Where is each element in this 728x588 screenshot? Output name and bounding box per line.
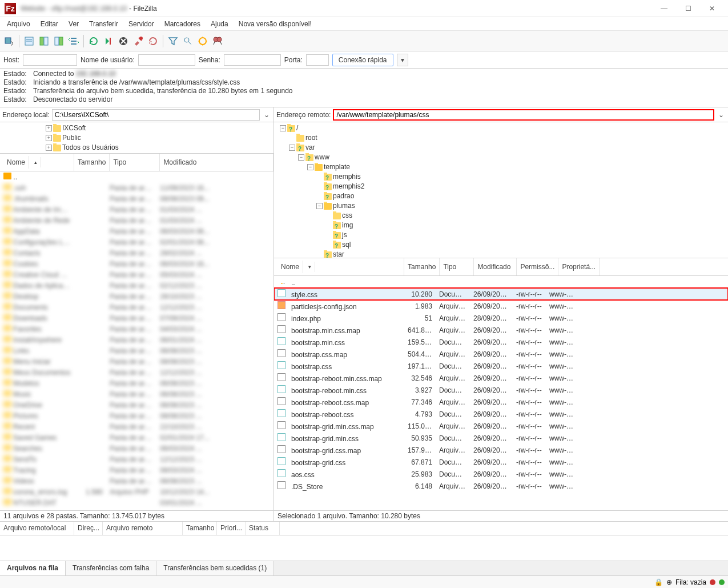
list-item[interactable]: Menu IniciarPasta de arqu...08/08/2023 .… [0,356,273,367]
tab-failed[interactable]: Transferências com falha [66,561,156,575]
remote-tree[interactable]: −/root−var−www−templatememphismemphis2pa… [274,122,728,258]
remote-tree-item[interactable]: −www [276,153,726,162]
list-item[interactable]: index.php51Arquivo ...28/09/2023...-rw-r… [274,312,728,324]
remote-addr-dropdown[interactable]: ⌄ [717,111,726,119]
list-item[interactable]: PicturesPasta de arqu...08/08/2023 ... [0,410,273,421]
remote-tree-item[interactable]: memphis2 [276,182,726,191]
host-input[interactable] [23,54,77,66]
col-type[interactable]: Tipo [440,258,474,275]
remote-tree-item[interactable]: −template [276,162,726,172]
remote-tree-item[interactable]: −/ [276,123,726,133]
list-item[interactable]: DesktopPasta de arqu...28/10/2023 ... [0,291,273,302]
col-mod[interactable]: Modificado [160,154,273,171]
cancel-button[interactable] [116,34,130,48]
list-item[interactable]: .sshPasta de arqu...11/09/2023 16... [0,182,273,193]
list-item[interactable]: .. [0,171,273,182]
maximize-button[interactable]: ☐ [677,1,699,17]
local-tree-item[interactable]: +IXCSoft [2,123,271,133]
list-item[interactable]: NTUSER.DAT03/01/2024 ... [0,497,273,508]
tab-queue[interactable]: Arquivos na fila [0,561,66,575]
remote-tree-item[interactable]: sql [276,240,726,250]
col-name[interactable]: Nome▾ [274,258,404,275]
remote-addr-input[interactable] [333,109,714,121]
list-item[interactable]: bootstrap.min.css159.515Docume...26/09/2… [274,336,728,348]
list-item[interactable]: SendToPasta de arqu...12/12/2023 ... [0,454,273,465]
list-item[interactable]: .DS_Store6.148Arquivo ...26/09/2023...-r… [274,480,728,492]
list-item[interactable]: bootstrap-reboot.min.css.map32.546Arquiv… [274,372,728,384]
list-item[interactable]: Meus DocumentosPasta de arqu...12/12/202… [0,367,273,378]
menu-marcadores[interactable]: Marcadores [160,18,205,30]
user-input[interactable] [138,54,195,66]
list-item[interactable]: ContactsPasta de arqu...28/02/2024 ... [0,247,273,258]
remote-tree-item[interactable]: img [276,221,726,230]
toggle-local-tree-button[interactable] [37,34,51,48]
list-item[interactable]: VideosPasta de arqu...06/08/2023 ... [0,475,273,486]
list-item[interactable]: ModelosPasta de arqu...06/08/2023 ... [0,378,273,389]
list-item[interactable]: bootstrap-reboot.css.map77.346Arquivo ..… [274,396,728,408]
filter-button[interactable] [166,34,180,48]
list-item[interactable]: Configurações LocaisPasta de arqu...02/0… [0,237,273,247]
queue-col[interactable]: Status [246,522,280,535]
col-size[interactable]: Tamanho [74,154,110,171]
list-item[interactable]: DownloadsPasta de arqu...07/09/2024 ... [0,313,273,323]
remote-tree-item[interactable]: memphis [276,172,726,182]
remote-list[interactable]: Nome▾ Tamanho Tipo Modificado Permissõ..… [274,258,728,510]
remote-tree-item[interactable]: −var [276,143,726,153]
quickconnect-dropdown[interactable]: ▾ [397,54,408,66]
pass-input[interactable] [224,54,281,66]
list-item[interactable]: SearchesPasta de arqu...06/03/2024 ... [0,443,273,454]
close-button[interactable]: ✕ [701,1,723,17]
queue-col[interactable]: Direç... [74,522,103,535]
list-item[interactable]: InstallAnywherePasta de arqu...06/01/202… [0,334,273,345]
find-button[interactable] [211,34,224,48]
local-list[interactable]: Nome▴ Tamanho Tipo Modificado .. .sshPas… [0,154,273,510]
list-item[interactable]: particlesjs-config.json1.983Arquivo ...2… [274,300,728,312]
menu-servidor[interactable]: Servidor [124,18,159,30]
list-item[interactable]: bootstrap.css197.170Docume...26/09/2023.… [274,360,728,372]
list-item[interactable]: LinksPasta de arqu...06/08/2023 ... [0,345,273,356]
compare-button[interactable] [181,34,195,48]
list-item[interactable]: OneDrivePasta de arqu...06/08/2023 ... [0,399,273,410]
toggle-remote-tree-button[interactable] [52,34,66,48]
sync-browse-button[interactable] [196,34,210,48]
list-item[interactable]: Ambiente de RedePasta de arqu...01/03/20… [0,215,273,226]
menu-ver[interactable]: Ver [64,18,83,30]
menu-transferir[interactable]: Transferir [85,18,123,30]
menu-arquivo[interactable]: Arquivo [2,18,35,30]
list-item[interactable]: MusicPasta de arqu...06/08/2023 ... [0,389,273,399]
list-item[interactable]: Saved GamesPasta de arqu...02/01/2024 17… [0,432,273,443]
local-addr-dropdown[interactable]: ⌄ [262,111,271,119]
queue-col[interactable]: Tamanho [183,522,217,535]
reconnect-button[interactable] [146,34,160,48]
queue-col[interactable]: Priori... [217,522,246,535]
list-item[interactable]: Creative Cloud FilesPasta de arqu...05/0… [0,269,273,280]
quickconnect-button[interactable]: Conexão rápida [332,54,393,66]
list-item[interactable]: .thumbnailsPasta de arqu...08/08/2023 09… [0,193,273,204]
port-input[interactable] [306,54,329,66]
refresh-button[interactable] [87,34,100,48]
menu-ajuda[interactable]: Ajuda [206,18,233,30]
list-item[interactable]: FavoritesPasta de arqu...04/03/2024 ... [0,323,273,334]
local-addr-input[interactable] [52,109,260,121]
local-tree[interactable]: +IXCSoft+Public+Todos os Usuários [0,122,273,154]
list-item[interactable]: Ambiente de Impre...Pasta de arqu...01/0… [0,204,273,215]
col-type[interactable]: Tipo [110,154,160,171]
list-item[interactable]: bootstrap.css.map504.418Arquivo ...26/09… [274,348,728,360]
process-queue-button[interactable] [102,34,115,48]
list-item[interactable]: RecentPasta de arqu...22/10/2023 ... [0,421,273,432]
menu-update[interactable]: Nova versão disponível! [234,18,316,30]
toggle-queue-button[interactable] [67,34,81,48]
site-manager-button[interactable] [2,34,16,48]
disconnect-button[interactable] [131,34,145,48]
list-item[interactable]: AppDataPasta de arqu...06/03/2024 08... [0,226,273,237]
remote-tree-item[interactable]: root [276,133,726,143]
list-item[interactable]: CookiesPasta de arqu...06/03/2024 16... [0,258,273,269]
remote-tree-item[interactable]: −plumas [276,201,726,211]
list-item[interactable]: style.css10.280Docume...26/09/2023...-rw… [274,288,728,300]
list-item[interactable]: TracingPasta de arqu...08/03/2024 ... [0,465,273,475]
remote-tree-item[interactable]: css [276,211,726,221]
local-tree-item[interactable]: +Public [2,133,271,143]
remote-tree-item[interactable]: star [276,250,726,258]
col-mod[interactable]: Modificado [474,258,517,275]
tab-success[interactable]: Transferências bem sucedidas (1) [156,561,274,575]
